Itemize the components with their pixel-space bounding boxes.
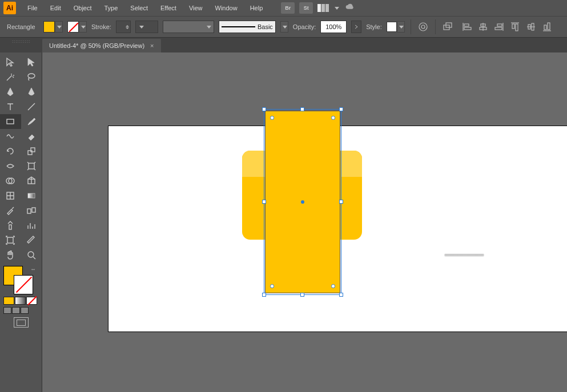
document-tab[interactable]: Untitled-4* @ 50% (RGB/Preview) × [42,39,161,52]
shape-builder-tool[interactable] [0,173,21,188]
swap-fill-stroke-icon[interactable]: ↔ [30,266,36,272]
color-mode-solid[interactable] [3,297,14,305]
align-vcenter-button[interactable] [525,21,537,33]
shaper-tool[interactable] [0,129,21,144]
corner-widget-icon[interactable] [331,284,335,288]
chevron-down-icon[interactable] [335,7,339,10]
menu-object[interactable]: Object [68,2,98,14]
style-swatch-icon [387,22,397,32]
perspective-grid-tool[interactable] [21,173,42,188]
svg-rect-26 [29,163,34,169]
stroke-indicator-icon[interactable] [14,275,33,294]
magic-wand-tool[interactable] [0,70,21,84]
stroke-color-picker[interactable] [67,21,87,33]
blend-tool[interactable] [21,203,42,218]
screen-mode-button[interactable] [0,314,42,331]
align-bottom-button[interactable] [541,21,553,33]
selected-rectangle[interactable] [265,111,340,293]
corner-widget-icon[interactable] [270,116,274,120]
graphic-style-picker[interactable] [387,21,405,33]
stroke-label: Stroke: [91,23,111,30]
type-tool[interactable] [0,99,21,114]
align-hcenter-button[interactable] [477,21,489,33]
recolor-artwork-button[interactable] [417,21,429,33]
menu-bar: Ai File Edit Object Type Select Effect V… [0,0,567,16]
svg-rect-20 [544,25,546,30]
svg-point-0 [419,23,427,31]
menu-view[interactable]: View [183,2,208,14]
svg-rect-23 [7,119,14,124]
color-mode-gradient[interactable] [15,297,26,305]
transform-panel-button[interactable] [441,21,454,33]
document-tab-title: Untitled-4* @ 50% (RGB/Preview) [49,42,144,49]
menu-select[interactable]: Select [124,2,154,14]
stock-button[interactable]: St [299,2,313,14]
fill-stroke-indicator[interactable]: ↔ [0,265,42,294]
gradient-tool[interactable] [21,188,42,203]
opacity-input[interactable]: 100% [320,21,347,33]
variable-width-profile-dropdown[interactable] [163,21,214,33]
rotate-tool[interactable] [0,144,21,159]
svg-rect-15 [516,24,518,31]
rectangle-tool[interactable] [0,114,21,129]
paintbrush-tool[interactable] [21,114,42,129]
opacity-expand-button[interactable] [351,21,361,33]
document-tab-bar: :::::::::: Untitled-4* @ 50% (RGB/Previe… [0,38,567,52]
align-right-button[interactable] [493,21,505,33]
separator [435,19,436,34]
eraser-tool[interactable] [21,129,42,144]
scale-tool[interactable] [21,144,42,159]
canvas-area[interactable] [42,52,567,392]
svg-rect-5 [464,24,469,26]
selection-tool[interactable] [0,55,21,70]
svg-point-22 [28,74,35,78]
menu-file[interactable]: File [22,2,43,14]
column-graph-tool[interactable] [21,218,42,233]
menu-type[interactable]: Type [99,2,124,14]
draw-normal-button[interactable] [3,307,11,314]
menu-help[interactable]: Help [244,2,269,14]
chevron-down-icon [79,21,87,33]
artboard-tool[interactable] [0,233,21,248]
align-top-button[interactable] [509,21,521,33]
corner-widget-icon[interactable] [270,284,274,288]
close-tab-button[interactable]: × [150,42,154,49]
stroke-weight-dropdown[interactable] [135,21,158,33]
lasso-tool[interactable] [21,70,42,84]
menu-effect[interactable]: Effect [155,2,182,14]
direct-selection-tool[interactable] [21,55,42,70]
brush-definition-dropdown[interactable]: Basic [219,21,276,33]
align-left-button[interactable] [461,21,473,33]
stroke-swatch-icon [67,21,79,33]
width-tool[interactable] [0,159,21,173]
bridge-button[interactable]: Br [281,2,295,14]
free-transform-tool[interactable] [21,159,42,173]
toolbox-panel: ↔ [0,52,42,392]
curvature-tool[interactable] [21,84,42,99]
stroke-weight-stepper[interactable] [116,21,131,33]
svg-rect-31 [28,193,35,198]
hand-tool[interactable] [0,248,21,262]
arrange-documents-button[interactable] [317,4,329,12]
fill-color-picker[interactable] [43,21,63,33]
mesh-tool[interactable] [0,188,21,203]
corner-widget-icon[interactable] [331,116,335,120]
sync-settings-icon[interactable] [344,3,356,13]
chevron-down-icon[interactable] [280,21,288,33]
color-mode-row [0,294,42,307]
slice-tool[interactable] [21,233,42,248]
pen-tool[interactable] [0,84,21,99]
color-mode-none[interactable] [26,297,37,305]
panel-collapse-toggle[interactable]: :::::::::: [0,38,42,52]
symbol-sprayer-tool[interactable] [0,218,21,233]
draw-behind-button[interactable] [12,307,20,314]
menu-window[interactable]: Window [210,2,243,14]
eyedropper-tool[interactable] [0,203,21,218]
svg-rect-34 [9,225,11,229]
artboard-edge-shadow [444,254,484,256]
menu-edit[interactable]: Edit [45,2,67,14]
line-segment-tool[interactable] [21,99,42,114]
draw-inside-button[interactable] [21,307,29,314]
zoom-tool[interactable] [21,248,42,262]
svg-rect-21 [548,23,550,30]
